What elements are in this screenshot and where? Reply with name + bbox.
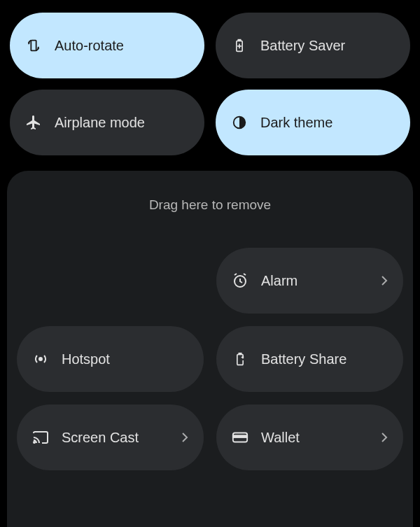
svg-rect-2 xyxy=(238,40,240,41)
chevron-right-icon xyxy=(181,432,188,443)
alarm-icon xyxy=(232,272,248,289)
remove-drop-zone[interactable]: Drag here to remove Alarm xyxy=(7,171,413,527)
tile-dark-theme[interactable]: Dark theme xyxy=(216,90,410,155)
tile-label: Screen Cast xyxy=(62,430,139,446)
svg-rect-6 xyxy=(239,353,241,355)
svg-point-7 xyxy=(34,442,35,443)
active-tile-grid: Auto-rotate Battery Saver Airplane mode … xyxy=(0,0,420,155)
hotspot-icon xyxy=(32,351,49,367)
tile-screen-cast[interactable]: Screen Cast xyxy=(17,405,204,470)
tile-label: Dark theme xyxy=(260,115,332,131)
available-tile-grid: Alarm Hotspot xyxy=(13,248,407,470)
airplane-icon xyxy=(25,114,42,131)
tile-label: Alarm xyxy=(261,273,298,289)
tile-label: Wallet xyxy=(261,430,300,446)
tile-battery-share[interactable]: Battery Share xyxy=(216,326,403,392)
tile-auto-rotate[interactable]: Auto-rotate xyxy=(10,13,204,78)
tile-battery-saver[interactable]: Battery Saver xyxy=(216,13,410,78)
tile-label: Auto-rotate xyxy=(55,38,124,54)
empty-slot xyxy=(17,248,204,314)
wallet-icon xyxy=(232,429,248,446)
tile-alarm[interactable]: Alarm xyxy=(216,248,403,314)
tile-hotspot[interactable]: Hotspot xyxy=(17,326,204,392)
tile-wallet[interactable]: Wallet xyxy=(216,405,403,470)
tile-label: Battery Share xyxy=(261,351,346,367)
drop-hint-text: Drag here to remove xyxy=(13,181,407,248)
svg-point-5 xyxy=(39,358,42,360)
dark-theme-icon xyxy=(231,114,248,131)
chevron-right-icon xyxy=(381,432,388,443)
chevron-right-icon xyxy=(381,275,388,286)
tile-label: Hotspot xyxy=(62,351,110,367)
battery-saver-icon xyxy=(231,37,248,54)
battery-share-icon xyxy=(232,351,248,367)
svg-rect-0 xyxy=(31,41,36,51)
tile-label: Airplane mode xyxy=(55,115,145,131)
screen-cast-icon xyxy=(32,429,49,446)
auto-rotate-icon xyxy=(25,37,42,54)
svg-rect-9 xyxy=(233,435,247,437)
tile-airplane-mode[interactable]: Airplane mode xyxy=(10,90,204,155)
tile-label: Battery Saver xyxy=(260,38,345,54)
